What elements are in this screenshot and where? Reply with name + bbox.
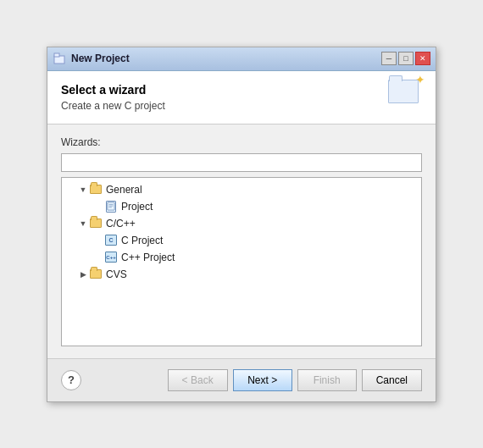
minimize-button[interactable]: ─: [381, 52, 397, 65]
tree-label-general-project: Project: [121, 201, 153, 213]
expand-general-toggle[interactable]: ▼: [77, 184, 89, 196]
file-c-project-icon: C: [104, 234, 118, 247]
header-icon-area: ✦: [388, 80, 422, 113]
maximize-button[interactable]: □: [398, 52, 414, 65]
folder-general-icon: [89, 183, 103, 196]
folder-cvs-icon: [89, 268, 103, 281]
tree-label-c-project: C Project: [121, 235, 163, 246]
file-general-project-icon: [104, 200, 118, 213]
tree-label-cpp: C/C++: [106, 218, 136, 230]
close-button[interactable]: ✕: [415, 52, 430, 65]
finish-button[interactable]: Finish: [297, 369, 357, 391]
tree-label-cvs: CVS: [106, 268, 127, 280]
wizards-label: Wizards:: [61, 136, 422, 148]
no-toggle-cpp-project: [92, 252, 104, 263]
expand-cvs-toggle[interactable]: ▶: [77, 268, 89, 280]
help-button[interactable]: ?: [61, 370, 81, 390]
new-project-dialog: New Project ─ □ ✕ Select a wizard Create…: [47, 47, 436, 402]
folder-icon-large: [388, 80, 419, 103]
svg-rect-2: [108, 202, 114, 210]
header-title: Select a wizard: [61, 83, 165, 97]
back-button[interactable]: < Back: [168, 369, 228, 391]
wizard-search-input[interactable]: [61, 153, 422, 172]
navigation-buttons: < Back Next > Finish Cancel: [168, 369, 422, 391]
titlebar-buttons: ─ □ ✕: [381, 52, 430, 65]
tree-label-cpp-project: C++ Project: [121, 252, 175, 263]
wizard-tree: ▼ General: [61, 177, 422, 346]
tree-item-cvs[interactable]: ▶ CVS: [62, 266, 421, 283]
sparkle-icon: ✦: [415, 73, 425, 86]
tree-item-c-project[interactable]: C C Project: [62, 232, 421, 249]
titlebar: New Project ─ □ ✕: [47, 47, 436, 71]
header-subtitle: Create a new C project: [61, 100, 165, 112]
next-button[interactable]: Next >: [233, 369, 292, 391]
svg-rect-1: [54, 53, 59, 57]
file-cpp-project-icon: C++: [104, 251, 118, 264]
tree-item-general-project[interactable]: Project: [62, 198, 421, 215]
titlebar-title: New Project: [71, 53, 381, 64]
tree-label-general: General: [106, 184, 142, 196]
no-toggle-general-project: [92, 201, 104, 213]
tree-item-cpp-project[interactable]: C++ C++ Project: [62, 249, 421, 266]
dialog-header: Select a wizard Create a new C project ✦: [47, 71, 436, 124]
header-text: Select a wizard Create a new C project: [61, 83, 165, 112]
cancel-button[interactable]: Cancel: [362, 369, 422, 391]
tree-item-cpp[interactable]: ▼ C/C++: [62, 215, 421, 232]
expand-cpp-toggle[interactable]: ▼: [77, 218, 89, 230]
dialog-footer: ? < Back Next > Finish Cancel: [47, 358, 436, 401]
no-toggle-c-project: [92, 235, 104, 246]
tree-item-general[interactable]: ▼ General: [62, 181, 421, 198]
folder-cpp-icon: [89, 217, 103, 230]
titlebar-icon: [53, 52, 66, 65]
content-area: Wizards: ▼ General: [47, 124, 436, 358]
